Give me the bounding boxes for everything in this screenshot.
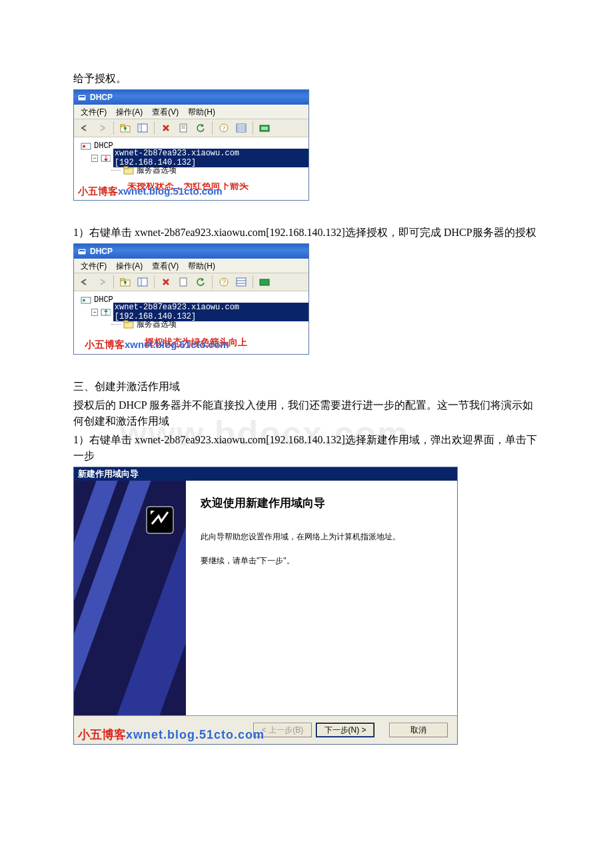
properties-icon[interactable]: [175, 274, 191, 290]
svg-rect-1: [79, 96, 85, 97]
footer-caption-2: 授权状态为绿色箭头向上 小五博客xwnet.blog.51cto.com: [74, 337, 308, 354]
dhcp-console-window-1: DHCP 文件(F) 操作(A) 查看(V) 帮助(H) ?: [73, 89, 309, 201]
svg-rect-24: [78, 249, 86, 255]
para-0: 给予授权。: [73, 71, 540, 87]
menu-file[interactable]: 文件(F): [81, 107, 107, 118]
svg-point-38: [83, 299, 85, 302]
wizard-content: 欢迎使用新建作用域向导 此向导帮助您设置作用域，在网络上为计算机指派地址。 要继…: [186, 481, 457, 715]
window-title: DHCP: [90, 247, 113, 256]
next-button[interactable]: 下一步(N) >: [316, 723, 374, 737]
server-options-label: 服务器选项: [137, 165, 177, 176]
wizard-title: 新建作用域向导: [74, 467, 457, 481]
dhcp-app-icon: [77, 92, 87, 103]
menubar: 文件(F) 操作(A) 查看(V) 帮助(H): [74, 259, 308, 273]
server-options-label: 服务器选项: [137, 319, 177, 330]
wizard-continue-hint: 要继续，请单击"下一步"。: [201, 555, 442, 567]
dhcp-tool-icon[interactable]: [257, 120, 273, 136]
list-icon[interactable]: [233, 274, 249, 290]
forward-icon[interactable]: [94, 274, 110, 290]
show-hide-tree-icon[interactable]: [135, 274, 151, 290]
svg-text:?: ?: [222, 279, 226, 286]
tree-server-node[interactable]: − xwnet-2b87ea923.xiaowu.com [192.168.14…: [77, 306, 308, 318]
window-titlebar: DHCP: [74, 244, 308, 259]
svg-rect-33: [237, 278, 246, 286]
svg-rect-28: [138, 278, 147, 286]
svg-rect-36: [260, 279, 269, 285]
show-hide-tree-icon[interactable]: [135, 120, 151, 136]
para-4: 1）右键单击 xwnet-2b87ea923.xiaowu.com[192.16…: [73, 432, 540, 464]
svg-rect-27: [121, 279, 125, 281]
forward-icon[interactable]: [94, 120, 110, 136]
svg-text:?: ?: [223, 125, 226, 132]
svg-point-20: [83, 145, 85, 148]
svg-rect-41: [124, 321, 128, 323]
window-title: DHCP: [90, 93, 113, 102]
help-icon[interactable]: ?: [216, 120, 232, 136]
toolbar: ?: [74, 119, 308, 137]
back-icon[interactable]: [77, 274, 93, 290]
blog-watermark: 小五博客xwnet.blog.51cto.com: [85, 339, 229, 351]
svg-rect-23: [124, 167, 128, 169]
svg-rect-3: [121, 125, 125, 127]
menu-file[interactable]: 文件(F): [81, 261, 107, 272]
tree-panel: DHCP − xwnet-2b87ea923.xiaowu.com [192.1…: [74, 137, 308, 183]
menubar: 文件(F) 操作(A) 查看(V) 帮助(H): [74, 105, 308, 119]
blog-watermark: 小五博客xwnet.blog.51cto.com: [78, 185, 223, 198]
para-3: 授权后的 DHCP 服务器并不能直接投入使用，我们还需要进行进一步的配置。这一节…: [73, 397, 540, 429]
delete-icon[interactable]: [158, 274, 174, 290]
up-folder-icon[interactable]: [117, 120, 133, 136]
wizard-side-icon: [141, 501, 179, 539]
list-icon[interactable]: [233, 120, 249, 136]
toolbar: ?: [74, 273, 308, 291]
para-1: 1）右键单击 xwnet-2b87ea923.xiaowu.com[192.16…: [73, 225, 540, 241]
para-2: 三、创建并激活作用域: [73, 379, 540, 395]
window-titlebar: DHCP: [74, 90, 308, 105]
svg-rect-25: [79, 250, 85, 251]
tree-root-label: DHCP: [94, 141, 113, 151]
expand-icon[interactable]: −: [91, 155, 98, 162]
wizard-heading: 欢迎使用新建作用域向导: [201, 495, 442, 511]
help-icon[interactable]: ?: [216, 274, 232, 290]
menu-view[interactable]: 查看(V): [152, 261, 179, 272]
blog-watermark: 小五博客xwnet.blog.51cto.com: [78, 727, 265, 743]
expand-icon[interactable]: −: [91, 309, 98, 316]
tree-panel: DHCP − xwnet-2b87ea923.xiaowu.com [192.1…: [74, 291, 308, 337]
delete-icon[interactable]: [158, 120, 174, 136]
back-icon[interactable]: [77, 120, 93, 136]
menu-view[interactable]: 查看(V): [152, 107, 179, 118]
wizard-desc: 此向导帮助您设置作用域，在网络上为计算机指派地址。: [201, 531, 442, 543]
menu-help[interactable]: 帮助(H): [188, 261, 215, 272]
wizard-button-bar: < 上一步(B) 下一步(N) > 取消 小五博客xwnet.blog.51ct…: [74, 715, 457, 744]
refresh-icon[interactable]: [193, 274, 209, 290]
new-scope-wizard-dialog: 新建作用域向导 欢迎使用新建作用域向导 此向导帮助您设置作用域，在网络上为计算机…: [73, 467, 458, 745]
svg-rect-0: [78, 95, 86, 101]
menu-help[interactable]: 帮助(H): [188, 107, 215, 118]
up-folder-icon[interactable]: [117, 274, 133, 290]
tree-root-label: DHCP: [94, 295, 113, 305]
properties-icon[interactable]: [175, 120, 191, 136]
svg-rect-18: [261, 127, 268, 130]
svg-rect-30: [180, 278, 187, 286]
menu-action[interactable]: 操作(A): [116, 107, 143, 118]
refresh-icon[interactable]: [193, 120, 209, 136]
tree-server-node[interactable]: − xwnet-2b87ea923.xiaowu.com [192.168.14…: [77, 152, 308, 164]
cancel-button[interactable]: 取消: [389, 723, 448, 737]
dhcp-console-window-2: DHCP 文件(F) 操作(A) 查看(V) 帮助(H) ?: [73, 243, 309, 355]
wizard-sidebar-graphic: [74, 481, 186, 715]
dhcp-tool-icon[interactable]: [257, 274, 273, 290]
menu-action[interactable]: 操作(A): [116, 261, 143, 272]
footer-caption-1: 未授权状态，为红色向下箭头 小五博客xwnet.blog.51cto.com: [74, 183, 308, 200]
dhcp-app-icon: [77, 246, 87, 257]
